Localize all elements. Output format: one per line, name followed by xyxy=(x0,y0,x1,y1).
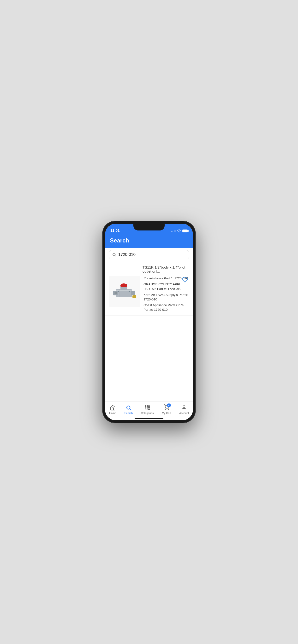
account-icon xyxy=(181,405,187,411)
svg-rect-19 xyxy=(145,406,146,406)
product-image xyxy=(109,276,140,307)
svg-rect-4 xyxy=(131,290,135,296)
svg-rect-23 xyxy=(147,407,148,408)
nav-label-home: Home xyxy=(109,412,116,414)
part-line-3: Karn Air HVAC Supply's Part #: 1720-010 xyxy=(143,293,189,302)
svg-line-18 xyxy=(129,409,131,410)
svg-point-30 xyxy=(183,406,185,408)
home-indicator xyxy=(135,418,163,419)
search-input[interactable]: 1720-010 xyxy=(118,252,186,257)
svg-point-13 xyxy=(114,292,117,294)
cart-icon: 0 xyxy=(163,405,170,411)
svg-rect-24 xyxy=(148,407,150,408)
battery-icon xyxy=(182,230,188,232)
nav-item-search[interactable]: Search xyxy=(120,404,136,416)
status-icons xyxy=(171,230,188,232)
svg-rect-11 xyxy=(134,295,136,298)
nav-label-categories: Categories xyxy=(141,412,154,414)
nav-item-cart[interactable]: 0 My Cart xyxy=(158,404,175,416)
nav-item-account[interactable]: Account xyxy=(175,404,193,416)
heart-icon xyxy=(182,277,188,283)
page-header: Search xyxy=(105,234,193,248)
cart-wrapper: 0 xyxy=(164,404,169,411)
nav-label-account: Account xyxy=(179,412,189,414)
signal-icon xyxy=(171,230,176,232)
wifi-icon xyxy=(177,230,181,232)
nav-item-categories[interactable]: Categories xyxy=(137,404,158,416)
svg-rect-25 xyxy=(145,409,146,410)
nav-label-search: Search xyxy=(124,412,133,414)
svg-rect-7 xyxy=(120,284,127,287)
search-results: TS11K 1/2"body x 1/4"pilot outlet onl... xyxy=(105,262,193,402)
svg-rect-14 xyxy=(116,290,132,290)
status-time: 11:01 xyxy=(110,228,119,232)
nav-item-home[interactable]: Home xyxy=(105,404,120,416)
product-body: Robertshaw's Part #: 1720-010 ORANGE COU… xyxy=(109,276,189,312)
part-line-4: Coast Appliance Parts Co.'s Part #: 1720… xyxy=(143,303,189,312)
svg-rect-21 xyxy=(148,406,150,406)
svg-point-29 xyxy=(168,409,169,410)
phone-frame: 11:01 Search xyxy=(102,221,196,423)
svg-point-8 xyxy=(118,290,119,292)
nav-label-cart: My Cart xyxy=(162,412,171,414)
valve-illustration xyxy=(111,278,138,304)
search-container: 1720-010 xyxy=(105,248,193,262)
product-title: TS11K 1/2"body x 1/4"pilot outlet onl... xyxy=(109,265,189,273)
cart-badge: 0 xyxy=(167,404,171,407)
home-icon xyxy=(110,405,116,411)
search-magnifier-icon xyxy=(112,252,116,257)
svg-point-9 xyxy=(129,290,130,292)
svg-rect-26 xyxy=(147,409,148,410)
favorite-button[interactable] xyxy=(181,276,189,284)
svg-rect-22 xyxy=(145,407,146,408)
svg-rect-27 xyxy=(148,409,150,410)
search-nav-icon xyxy=(125,405,132,411)
svg-rect-20 xyxy=(147,406,148,406)
phone-screen: 11:01 Search xyxy=(105,224,193,420)
bottom-navigation: Home Search xyxy=(105,402,193,420)
product-result-item[interactable]: TS11K 1/2"body x 1/4"pilot outlet onl... xyxy=(105,262,193,316)
notch xyxy=(133,224,165,230)
categories-icon xyxy=(144,405,151,411)
search-bar[interactable]: 1720-010 xyxy=(109,250,189,259)
svg-point-28 xyxy=(166,409,166,410)
page-title: Search xyxy=(110,237,188,244)
svg-line-1 xyxy=(115,256,116,256)
